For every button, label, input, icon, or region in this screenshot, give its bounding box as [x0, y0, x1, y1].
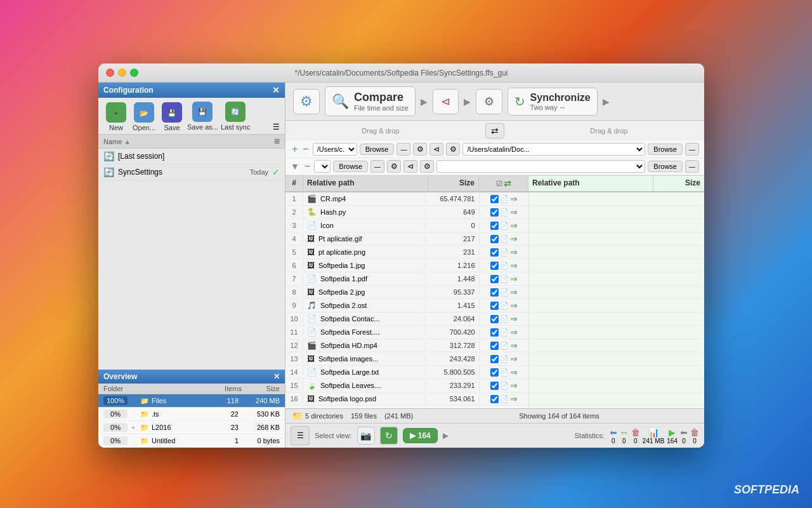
row-page-icon-10[interactable]: 📄 — [500, 328, 509, 337]
row-checkbox-0[interactable] — [490, 195, 499, 203]
compare-settings-button[interactable]: ⚙ — [293, 89, 320, 114]
row-sync-icon-3[interactable]: ⇒ — [510, 234, 518, 244]
table-row[interactable]: 5 🖼 pt aplicatie.png 231 📄 ⇒ — [285, 246, 704, 259]
row-sync-icon-1[interactable]: ⇒ — [510, 207, 518, 217]
left-path-select-2[interactable] — [314, 160, 331, 173]
row-checkbox-11[interactable] — [490, 342, 499, 350]
row-sync-icon-11[interactable]: ⇒ — [510, 340, 518, 351]
row-sync-icon-0[interactable]: ⇒ — [510, 194, 518, 204]
table-row[interactable]: 12 🎬 Softpedia HD.mp4 312.728 📄 ⇒ — [285, 339, 704, 352]
row-sync-icon-15[interactable]: ⇒ — [510, 394, 518, 404]
row-sync-icon-4[interactable]: ⇒ — [510, 247, 518, 257]
row-page-icon-3[interactable]: 📄 — [500, 235, 509, 243]
row-page-icon-13[interactable]: 📄 — [500, 368, 509, 377]
left-browse-button-2[interactable]: Browse — [333, 161, 368, 172]
right-path-select[interactable]: /Users/catalin/Doc... — [462, 143, 645, 156]
row-sync-icon-12[interactable]: ⇒ — [510, 354, 518, 364]
row-page-icon-14[interactable]: 📄 — [500, 382, 509, 390]
expand-icon[interactable]: ▼ — [291, 161, 301, 171]
right-config-button-2[interactable]: ⚙ — [387, 160, 401, 173]
row-page-icon-4[interactable]: 📄 — [500, 248, 509, 257]
session-syncsettings[interactable]: 🔄 SyncSettings Today ✓ — [98, 164, 285, 180]
table-row[interactable]: 6 🖼 Softpedia 1.jpg 1.216 📄 ⇒ — [285, 259, 704, 272]
table-row[interactable]: 14 📄 Softpedia Large.txt 5.800.505 📄 ⇒ — [285, 366, 704, 379]
overview-row-2[interactable]: 0% + 📁 L2016 23 268 KB — [98, 421, 285, 434]
row-page-icon-11[interactable]: 📄 — [500, 342, 509, 350]
row-checkbox-1[interactable] — [490, 208, 499, 217]
open-button[interactable]: 📂 Open... — [131, 102, 157, 131]
row-checkbox-7[interactable] — [490, 288, 499, 297]
right-config-button[interactable]: ⚙ — [413, 143, 427, 156]
right-path-btn2[interactable]: — — [685, 160, 699, 173]
list-view-icon[interactable]: ☰ — [273, 123, 280, 131]
right-browse-button-2[interactable]: Browse — [648, 161, 683, 172]
right-settings-button-2[interactable]: ⚙ — [420, 160, 434, 173]
session-last[interactable]: 🔄 [Last session] — [98, 149, 285, 164]
table-row[interactable]: 13 🖼 Softpedia images... 243.428 📄 ⇒ — [285, 352, 704, 366]
last-sync-button[interactable]: 🔄 Last sync — [221, 102, 250, 131]
table-row[interactable]: 9 🎵 Softpedia 2.ost 1.415 📄 ⇒ — [285, 299, 704, 312]
row-page-icon-1[interactable]: 📄 — [500, 208, 509, 217]
table-row[interactable]: 8 🖼 Softpedia 2.jpg 95.337 📄 ⇒ — [285, 286, 704, 299]
row-sync-icon-5[interactable]: ⇒ — [510, 260, 518, 271]
row-sync-icon-2[interactable]: ⇒ — [510, 220, 518, 231]
remove-path-button-2[interactable]: − — [303, 161, 311, 172]
left-path-btn2[interactable]: — — [370, 160, 384, 173]
table-row[interactable]: 16 🖼 Softpedia logo.psd 534.061 📄 ⇒ — [285, 392, 704, 406]
list-icon-button[interactable]: ☰ — [291, 426, 310, 445]
table-row[interactable]: 10 📄 Softpedia Contac... 24.064 📄 ⇒ — [285, 312, 704, 326]
row-page-icon-9[interactable]: 📄 — [500, 315, 509, 323]
synchronize-button[interactable]: ↻ Synchronize Two way ↔ — [508, 88, 598, 116]
table-row[interactable]: 15 🍃 Softpedia Leaves.... 233.291 📄 ⇒ — [285, 379, 704, 392]
row-sync-icon-10[interactable]: ⇒ — [510, 327, 518, 337]
row-checkbox-5[interactable] — [490, 262, 499, 270]
row-sync-icon-14[interactable]: ⇒ — [510, 380, 518, 391]
swap-button[interactable]: ⇄ — [485, 123, 504, 138]
right-filter-button-2[interactable]: ⊲ — [403, 160, 417, 173]
row-checkbox-4[interactable] — [490, 248, 499, 257]
table-row[interactable]: 11 📄 Softpedia Forest.... 700.420 📄 ⇒ — [285, 326, 704, 339]
maximize-button[interactable] — [130, 69, 138, 77]
row-checkbox-2[interactable] — [490, 222, 499, 230]
table-row[interactable]: 4 🖼 Pt aplicatie.gif 217 📄 ⇒ — [285, 232, 704, 246]
row-page-icon-7[interactable]: 📄 — [500, 288, 509, 297]
right-path-select-2[interactable] — [436, 160, 645, 173]
row-page-icon-2[interactable]: 📄 — [500, 222, 509, 230]
sync-arrow-icon[interactable]: ▶ — [603, 97, 610, 107]
right-filter-button[interactable]: ⊲ — [429, 143, 443, 156]
row-checkbox-13[interactable] — [490, 368, 499, 377]
right-settings-button[interactable]: ⚙ — [446, 143, 460, 156]
new-button[interactable]: + New — [103, 102, 129, 131]
close-button[interactable] — [106, 69, 114, 77]
right-browse-button[interactable]: Browse — [648, 144, 683, 155]
add-path-button[interactable]: + — [291, 144, 299, 155]
left-browse-button[interactable]: Browse — [360, 144, 395, 155]
minimize-button[interactable] — [118, 69, 126, 77]
filter-button[interactable]: ⊲ — [433, 89, 459, 114]
row-page-icon-6[interactable]: 📄 — [500, 275, 509, 283]
row-checkbox-3[interactable] — [490, 235, 499, 243]
row-sync-icon-8[interactable]: ⇒ — [510, 300, 518, 311]
row-checkbox-14[interactable] — [490, 382, 499, 390]
row-page-icon-5[interactable]: 📄 — [500, 262, 509, 270]
settings-button[interactable]: ⚙ — [476, 89, 502, 114]
save-button[interactable]: 💾 Save — [159, 102, 185, 131]
row-page-icon-15[interactable]: 📄 — [500, 395, 509, 403]
save-as-button[interactable]: 💾 Save as... — [187, 102, 218, 131]
row-sync-icon-6[interactable]: ⇒ — [510, 274, 518, 284]
row-page-icon-12[interactable]: 📄 — [500, 355, 509, 363]
left-path-btn1[interactable]: — — [396, 143, 410, 156]
row-sync-icon-9[interactable]: ⇒ — [510, 314, 518, 324]
sync-view-button[interactable]: ↻ — [380, 427, 398, 444]
row-checkbox-10[interactable] — [490, 328, 499, 337]
table-row[interactable]: 3 📄 Icon 0 📄 ⇒ — [285, 219, 704, 232]
row-checkbox-15[interactable] — [490, 395, 499, 403]
left-path-select[interactable]: /Users/c... — [313, 143, 357, 156]
photo-view-button[interactable]: 📷 — [357, 427, 375, 444]
row-sync-icon-13[interactable]: ⇒ — [510, 367, 518, 377]
overview-row-0[interactable]: 100% 📁 Files 118 240 MB — [98, 394, 285, 408]
table-row[interactable]: 2 🐍 Hash.py 649 📄 ⇒ — [285, 206, 704, 219]
filter-arrow-icon[interactable]: ▶ — [464, 97, 471, 107]
overview-row-3[interactable]: 0% 📁 Untitled 1 0 bytes — [98, 434, 285, 448]
config-close-button[interactable]: ✕ — [272, 85, 280, 95]
